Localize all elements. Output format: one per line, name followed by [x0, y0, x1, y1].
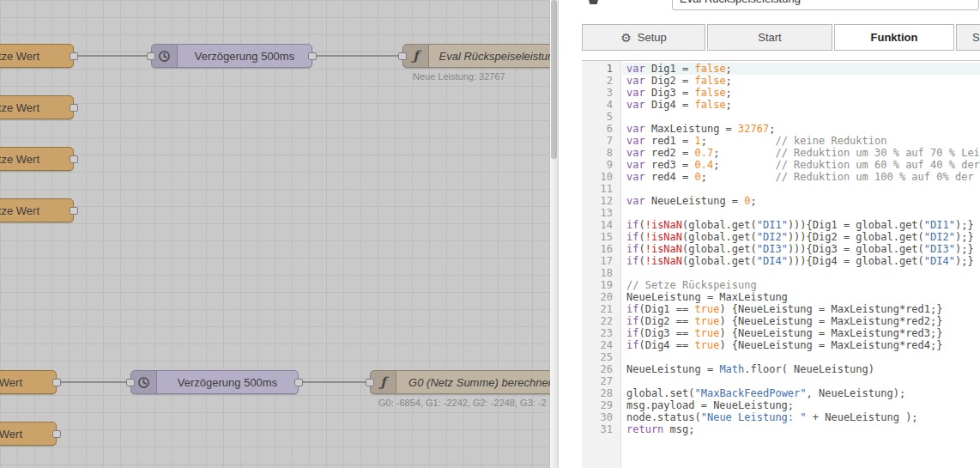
code-line[interactable]: if(Dig4 == true) {NeueLeistung = MaxLeis…: [622, 339, 980, 351]
code-line[interactable]: return msg;: [622, 423, 980, 435]
node-port[interactable]: [308, 52, 317, 60]
code-lines[interactable]: var Dig1 = false;var Dig2 = false;var Di…: [622, 61, 980, 435]
code-line[interactable]: NeueLeistung = Math.floor( NeueLeistung): [622, 363, 980, 375]
gutter-line-number: 24: [582, 339, 620, 351]
node-setze-wert[interactable]: Setze Wert: [0, 147, 74, 171]
wire[interactable]: [311, 55, 404, 57]
gutter-line-number: 1: [582, 63, 620, 75]
gutter-line-number: 21: [582, 303, 620, 315]
gutter-line-number: 11: [582, 183, 620, 195]
node-function-eval[interactable]: ƒ Eval Rückspeiseleistung: [402, 44, 550, 68]
code-line[interactable]: if(!isNaN(global.get("DI1"))){Dig1 = glo…: [622, 219, 980, 231]
gutter-line-number: 9: [582, 159, 620, 171]
wire[interactable]: [72, 55, 153, 57]
code-line[interactable]: if(!isNaN(global.get("DI3"))){Dig3 = glo…: [622, 243, 980, 255]
tab-label: Funktion: [871, 31, 918, 44]
node-label: Verzögerung 500ms: [157, 376, 298, 389]
gutter-line-number: 16: [582, 243, 620, 255]
canvas-scrollbar[interactable]: [550, 0, 558, 468]
node-port[interactable]: [147, 52, 155, 60]
gutter-line-number: 19: [582, 279, 620, 291]
node-port[interactable]: [52, 379, 61, 386]
code-line[interactable]: // Setze Rückspeisung: [622, 279, 980, 291]
node-status: G0: -6854, G1: -2242, G2: -2248, G3: -2: [378, 398, 547, 408]
code-line[interactable]: [622, 207, 980, 219]
node-setze-wert[interactable]: Setze Wert: [0, 422, 57, 446]
code-line[interactable]: [622, 351, 980, 363]
gutter-line-number: 3: [582, 87, 620, 99]
node-port[interactable]: [294, 379, 303, 386]
gutter-line-number: 18: [582, 267, 620, 279]
node-port[interactable]: [70, 104, 78, 112]
code-line[interactable]: node.status("Neue Leistung: " + NeueLeis…: [622, 411, 980, 423]
gutter-line-number: 31: [582, 423, 620, 435]
gutter-line-number: 4: [582, 99, 620, 111]
gutter-line-number: 7: [582, 135, 620, 147]
code-line[interactable]: [622, 111, 980, 123]
node-setze-wert[interactable]: Setze Wert: [0, 198, 74, 222]
clock-icon: [152, 45, 178, 67]
gear-icon: ⚙: [620, 31, 632, 45]
gutter-line-number: 6: [582, 123, 620, 135]
code-line[interactable]: msg.payload = NeueLeistung;: [622, 399, 980, 411]
gutter-line-number: 23: [582, 327, 620, 339]
node-setze-wert[interactable]: Setze Wert: [0, 370, 57, 394]
wire[interactable]: [55, 381, 132, 383]
flow-canvas[interactable]: Setze Wert Verzögerung 500ms ƒ Eval Rück…: [0, 0, 550, 468]
node-label: Verzögerung 500ms: [178, 50, 312, 63]
node-port[interactable]: [70, 52, 78, 60]
code-line[interactable]: var red3 = 0.4; // Reduktion um 60 % auf…: [622, 159, 980, 171]
code-line[interactable]: var red2 = 0.7; // Reduktion um 30 % auf…: [622, 147, 980, 159]
gutter[interactable]: 1234567891011121314151617181920212223242…: [582, 61, 621, 468]
node-port[interactable]: [70, 155, 78, 163]
wire[interactable]: [297, 381, 372, 383]
tab-start[interactable]: Start: [707, 24, 832, 51]
node-setze-wert[interactable]: Setze Wert: [0, 44, 74, 68]
node-function-g0[interactable]: ƒ G0 (Netz Summe) berechnen: [370, 370, 550, 394]
code-line[interactable]: var NeueLeistung = 0;: [622, 195, 980, 207]
node-delay[interactable]: Verzögerung 500ms: [151, 44, 312, 68]
code-line[interactable]: var Dig4 = false;: [622, 99, 980, 111]
edit-tray: ⚙ Setup Start Funktion Stop 123456789101…: [558, 0, 980, 468]
node-port[interactable]: [366, 379, 374, 386]
node-setze-wert[interactable]: Setze Wert: [0, 95, 74, 119]
code-line[interactable]: [622, 183, 980, 195]
code-line[interactable]: [622, 267, 980, 279]
gutter-line-number: 30: [582, 411, 620, 423]
tag-icon: [588, 0, 599, 4]
code-line[interactable]: var Dig1 = false;: [622, 63, 980, 75]
gutter-line-number: 28: [582, 387, 620, 399]
code-line[interactable]: global.set("MaxBackFeedPower", NeueLeist…: [622, 387, 980, 399]
node-port[interactable]: [70, 207, 78, 215]
node-port[interactable]: [398, 52, 407, 60]
code-line[interactable]: var MaxLeistung = 32767;: [622, 123, 980, 135]
code-line[interactable]: var red1 = 1; // keine Reduktion: [622, 135, 980, 147]
function-icon: ƒ: [371, 371, 396, 393]
node-port[interactable]: [52, 430, 61, 438]
code-editor[interactable]: 1234567891011121314151617181920212223242…: [582, 60, 980, 468]
code-line[interactable]: [622, 375, 980, 387]
code-line[interactable]: if(!isNaN(global.get("DI4"))){Dig4 = glo…: [622, 255, 980, 267]
canvas-scrollbar-thumb[interactable]: [551, 0, 557, 159]
node-port[interactable]: [126, 379, 135, 386]
tab-funktion[interactable]: Funktion: [834, 24, 954, 51]
code-line[interactable]: if(Dig2 == true) {NeueLeistung = MaxLeis…: [622, 315, 980, 327]
node-red-window: Setze Wert Verzögerung 500ms ƒ Eval Rück…: [0, 0, 980, 468]
gutter-line-number: 29: [582, 399, 620, 411]
code-line[interactable]: var Dig2 = false;: [622, 75, 980, 87]
gutter-line-number: 26: [582, 363, 620, 375]
code-line[interactable]: if(Dig3 == true) {NeueLeistung = MaxLeis…: [622, 327, 980, 339]
code-line[interactable]: if(Dig1 == true) {NeueLeistung = MaxLeis…: [622, 303, 980, 315]
gutter-line-number: 14: [582, 219, 620, 231]
tab-setup[interactable]: ⚙ Setup: [582, 24, 705, 51]
code-line[interactable]: var red4 = 0; // Reduktion um 100 % auf …: [622, 171, 980, 183]
node-name-input[interactable]: [672, 0, 979, 10]
tab-stop[interactable]: Stop: [956, 24, 980, 51]
code-line[interactable]: if(!isNaN(global.get("DI2"))){Dig2 = glo…: [622, 231, 980, 243]
code-line[interactable]: NeueLeistung = MaxLeistung: [622, 291, 980, 303]
node-delay[interactable]: Verzögerung 500ms: [130, 370, 299, 394]
function-icon: ƒ: [403, 45, 429, 67]
code-line[interactable]: var Dig3 = false;: [622, 87, 980, 99]
gutter-line-number: 5: [582, 111, 620, 123]
node-label: G0 (Netz Summe) berechnen: [396, 376, 550, 389]
